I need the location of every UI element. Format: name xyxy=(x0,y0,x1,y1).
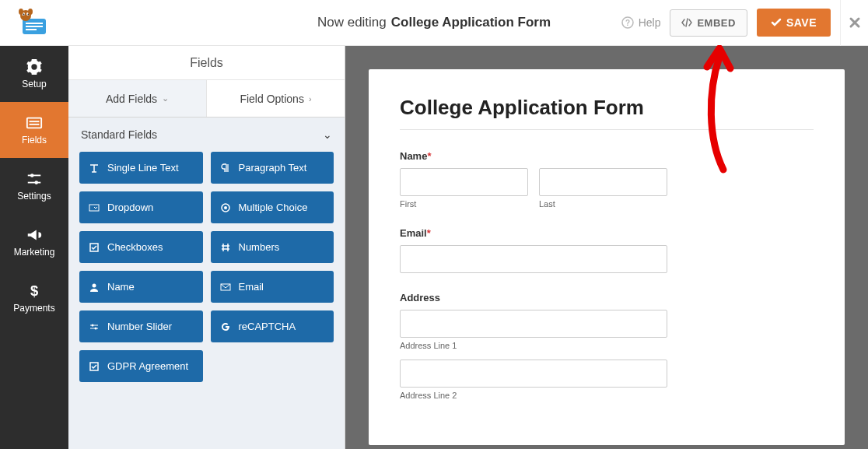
main-sidebar: Setup Fields Settings Marketing $ Paymen… xyxy=(0,46,68,449)
field-recaptcha[interactable]: reCAPTCHA xyxy=(211,310,334,342)
save-button[interactable]: SAVE xyxy=(757,9,831,37)
address-field-block[interactable]: Address Address Line 1 Address Line 2 xyxy=(400,292,814,400)
address-label: Address xyxy=(400,292,814,303)
panel-tabs: Add Fields ⌄ Field Options › xyxy=(68,80,345,118)
divider xyxy=(400,129,814,130)
svg-point-25 xyxy=(93,283,96,287)
sidebar-item-payments[interactable]: $ Payments xyxy=(0,270,68,326)
google-g-icon xyxy=(220,321,231,332)
svg-point-9 xyxy=(19,9,23,15)
user-icon xyxy=(89,282,100,293)
svg-point-10 xyxy=(28,9,33,15)
svg-point-23 xyxy=(224,206,227,209)
svg-rect-1 xyxy=(26,23,43,24)
dollar-icon: $ xyxy=(26,282,43,300)
form-preview-title: College Application Form xyxy=(400,96,814,120)
check-square-icon xyxy=(89,361,100,372)
svg-text:?: ? xyxy=(625,19,630,27)
sliders-icon xyxy=(26,170,43,188)
last-name-input[interactable] xyxy=(539,168,667,196)
svg-rect-3 xyxy=(26,29,37,30)
email-field-block[interactable]: Email* xyxy=(400,227,814,273)
field-numbers[interactable]: Numbers xyxy=(211,231,334,263)
addr1-sublabel: Address Line 1 xyxy=(400,341,667,350)
check-icon xyxy=(771,17,782,28)
radio-icon xyxy=(220,202,231,213)
field-number-slider[interactable]: Number Slider xyxy=(79,310,203,342)
sidebar-item-marketing[interactable]: Marketing xyxy=(0,214,68,270)
svg-point-17 xyxy=(30,174,34,177)
name-field-block[interactable]: Name* First Last xyxy=(400,150,814,209)
app-header: Now editing College Application Form ? H… xyxy=(0,0,868,46)
svg-rect-13 xyxy=(27,118,41,128)
page-title: Now editing College Application Form xyxy=(317,15,551,30)
slider-icon xyxy=(89,321,100,332)
addr2-sublabel: Address Line 2 xyxy=(400,391,667,400)
tab-add-fields[interactable]: Add Fields ⌄ xyxy=(68,80,207,117)
bullhorn-icon xyxy=(26,226,43,244)
chevron-down-icon: ⌄ xyxy=(162,93,169,103)
close-icon xyxy=(849,16,861,29)
checkbox-icon xyxy=(89,242,100,253)
form-preview: College Application Form Name* First Las… xyxy=(369,69,845,445)
svg-rect-2 xyxy=(26,26,43,27)
code-icon xyxy=(681,17,692,28)
help-icon: ? xyxy=(621,16,634,29)
form-canvas: College Application Form Name* First Las… xyxy=(345,46,868,449)
paragraph-icon xyxy=(220,163,231,174)
help-link[interactable]: ? Help xyxy=(621,16,661,29)
sidebar-item-settings[interactable]: Settings xyxy=(0,158,68,214)
editing-prefix: Now editing xyxy=(317,15,387,30)
field-single-line-text[interactable]: Single Line Text xyxy=(79,152,203,184)
svg-text:$: $ xyxy=(30,282,38,299)
dropdown-icon xyxy=(89,202,100,213)
field-email[interactable]: Email xyxy=(211,271,334,303)
text-icon xyxy=(89,163,100,174)
chevron-down-icon: ⌄ xyxy=(323,128,332,141)
embed-button[interactable]: EMBED xyxy=(670,9,747,37)
close-button[interactable] xyxy=(840,0,868,46)
field-name[interactable]: Name xyxy=(79,271,203,303)
form-lines-icon xyxy=(26,114,43,132)
first-name-input[interactable] xyxy=(400,168,528,196)
last-sublabel: Last xyxy=(539,199,667,209)
svg-point-28 xyxy=(92,324,94,326)
svg-point-7 xyxy=(23,14,25,16)
field-checkboxes[interactable]: Checkboxes xyxy=(79,231,203,263)
svg-rect-21 xyxy=(89,205,99,211)
field-multiple-choice[interactable]: Multiple Choice xyxy=(211,191,334,223)
sidebar-item-fields[interactable]: Fields xyxy=(0,102,68,158)
form-name: College Application Form xyxy=(391,15,551,30)
standard-fields-group[interactable]: Standard Fields ⌄ xyxy=(68,118,345,152)
field-paragraph-text[interactable]: Paragraph Text xyxy=(211,152,334,184)
field-gdpr[interactable]: GDPR Agreement xyxy=(79,350,203,382)
chevron-right-icon: › xyxy=(309,94,312,103)
sidebar-item-setup[interactable]: Setup xyxy=(0,46,68,102)
first-sublabel: First xyxy=(400,199,528,209)
email-label: Email* xyxy=(400,227,814,239)
svg-point-19 xyxy=(34,181,38,184)
panel-title: Fields xyxy=(68,46,345,80)
svg-point-30 xyxy=(95,327,97,329)
app-logo xyxy=(0,8,68,37)
gear-icon xyxy=(26,58,43,75)
envelope-icon xyxy=(220,282,231,293)
hash-icon xyxy=(220,242,231,253)
name-label: Name* xyxy=(400,150,814,162)
email-input[interactable] xyxy=(400,245,667,273)
tab-field-options[interactable]: Field Options › xyxy=(207,80,345,117)
field-dropdown[interactable]: Dropdown xyxy=(79,191,203,223)
fields-panel: Fields Add Fields ⌄ Field Options › Stan… xyxy=(68,46,345,449)
address-line2-input[interactable] xyxy=(400,360,667,388)
address-line1-input[interactable] xyxy=(400,310,667,338)
